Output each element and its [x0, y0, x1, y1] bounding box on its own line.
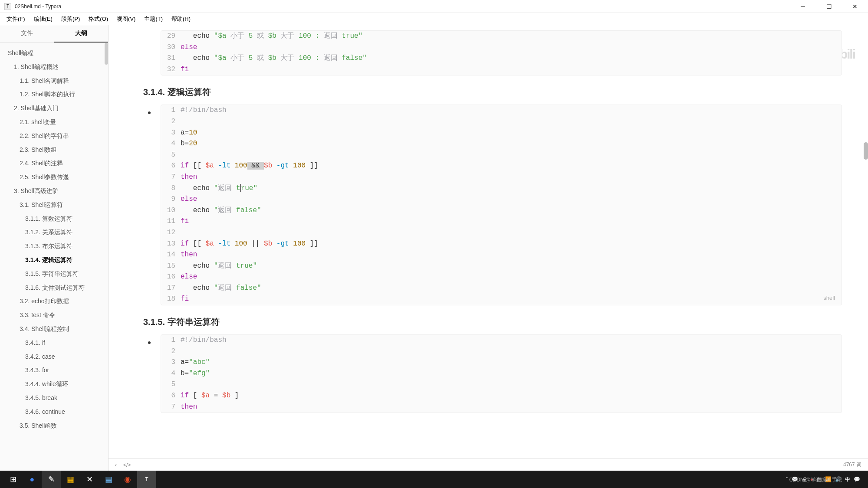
code-line[interactable]: echo "返回 false": [181, 205, 842, 216]
code-line[interactable]: [181, 150, 842, 161]
editor-content[interactable]: 一岁就会穿编程 bilibili 29 echo "$a 小于 5 或 $b 大…: [108, 25, 868, 471]
outline-item[interactable]: 3.3. test 命令: [0, 308, 108, 322]
menu-item[interactable]: 文件(F): [2, 13, 30, 25]
code-line[interactable]: then: [181, 172, 842, 183]
outline-item[interactable]: 3.1.1. 算数运算符: [0, 212, 108, 226]
line-number: 4: [161, 138, 181, 150]
outline-item[interactable]: 3.1.5. 字符串运算符: [0, 267, 108, 281]
outline-item[interactable]: 3.1.6. 文件测试运算符: [0, 281, 108, 295]
code-line[interactable]: fi: [181, 294, 842, 305]
code-line[interactable]: echo "返回 true": [181, 183, 842, 194]
code-line[interactable]: if [ $a = $b ]: [181, 390, 842, 402]
heading[interactable]: 3.1.4. 逻辑运算符: [143, 86, 842, 98]
titlebar: T 02Shell.md - Typora ─ ☐ ✕: [0, 0, 868, 13]
line-number: 15: [161, 261, 181, 272]
tab-file[interactable]: 文件: [0, 25, 54, 43]
menu-item[interactable]: 段落(P): [57, 13, 84, 25]
code-line[interactable]: [181, 379, 842, 390]
code-language-tag: shell: [823, 294, 835, 303]
code-line[interactable]: [181, 346, 842, 357]
outline-item[interactable]: 1.2. Shell脚本的执行: [0, 88, 108, 102]
outline-item[interactable]: 3.4. Shell流程控制: [0, 322, 108, 336]
code-line[interactable]: else: [181, 42, 842, 53]
code-line[interactable]: #!/bin/bash: [181, 335, 842, 346]
content-scrollbar-thumb[interactable]: [864, 142, 868, 160]
outline-item[interactable]: 3.1.2. 关系运算符: [0, 226, 108, 239]
close-button[interactable]: ✕: [846, 0, 864, 13]
code-line[interactable]: [181, 227, 842, 239]
outline-item[interactable]: 2.2. Shell的字符串: [0, 129, 108, 143]
outline[interactable]: Shell编程1. Shell编程概述1.1. Shell名词解释1.2. Sh…: [0, 43, 108, 471]
menu-item[interactable]: 视图(V): [112, 13, 140, 25]
code-line[interactable]: b=20: [181, 138, 842, 150]
outline-item[interactable]: 3.4.4. while循环: [0, 377, 108, 391]
outline-item[interactable]: 3.4.1. if: [0, 336, 108, 350]
code-line[interactable]: [181, 116, 842, 128]
line-number: 6: [161, 160, 181, 172]
line-number: 7: [161, 172, 181, 183]
outline-item[interactable]: 3.1.3. 布尔运算符: [0, 239, 108, 253]
statusbar: ‹ </> 4767 词: [108, 459, 868, 471]
outline-item[interactable]: 3.2. echo打印数据: [0, 295, 108, 308]
code-line[interactable]: a=10: [181, 128, 842, 139]
line-number: 30: [161, 42, 181, 53]
menu-item[interactable]: 帮助(H): [167, 13, 195, 25]
outline-item[interactable]: 2. Shell基础入门: [0, 102, 108, 115]
outline-item[interactable]: 3.1. Shell运算符: [0, 198, 108, 212]
code-line[interactable]: echo "返回 true": [181, 261, 842, 272]
code-block[interactable]: 1#!/bin/bash23a="abc"4b="efg"56if [ $a =…: [161, 334, 842, 413]
line-number: 13: [161, 239, 181, 250]
line-number: 3: [161, 128, 181, 139]
line-number: 12: [161, 227, 181, 239]
code-block[interactable]: 29 echo "$a 小于 5 或 $b 大于 100 : 返回 true"3…: [161, 30, 842, 75]
line-number: 9: [161, 194, 181, 205]
line-number: 18: [161, 294, 181, 305]
menu-item[interactable]: 主题(T): [140, 13, 167, 25]
maximize-button[interactable]: ☐: [820, 0, 838, 13]
menu-item[interactable]: 编辑(E): [30, 13, 57, 25]
line-number: 7: [161, 402, 181, 413]
source-toggle[interactable]: </>: [123, 462, 131, 468]
code-line[interactable]: fi: [181, 64, 842, 75]
code-line[interactable]: echo "$a 小于 5 或 $b 大于 100 : 返回 false": [181, 53, 842, 64]
line-number: 5: [161, 379, 181, 390]
outline-item[interactable]: 1. Shell编程概述: [0, 60, 108, 74]
line-number: 1: [161, 335, 181, 346]
code-line[interactable]: then: [181, 249, 842, 261]
sidebar-scrollbar-thumb[interactable]: [105, 43, 108, 65]
tab-outline[interactable]: 大纲: [54, 25, 108, 43]
heading[interactable]: 3.1.5. 字符串运算符: [143, 316, 842, 328]
code-line[interactable]: else: [181, 194, 842, 205]
outline-item[interactable]: 3.4.5. break: [0, 391, 108, 405]
code-line[interactable]: else: [181, 272, 842, 283]
minimize-button[interactable]: ─: [794, 0, 812, 13]
outline-item[interactable]: 3. Shell高级进阶: [0, 184, 108, 198]
outline-item[interactable]: 2.4. Shell的注释: [0, 157, 108, 170]
back-button[interactable]: ‹: [115, 462, 117, 468]
line-number: 5: [161, 150, 181, 161]
code-line[interactable]: b="efg": [181, 368, 842, 380]
outline-item[interactable]: 3.4.6. continue: [0, 405, 108, 419]
code-line[interactable]: if [[ $a -lt 100 || $b -gt 100 ]]: [181, 239, 842, 250]
outline-item[interactable]: 3.1.4. 逻辑运算符: [0, 253, 108, 267]
menu-item[interactable]: 格式(O): [84, 13, 112, 25]
outline-item[interactable]: 1.1. Shell名词解释: [0, 74, 108, 88]
code-block[interactable]: 1#!/bin/bash23a=104b=2056if [[ $a -lt 10…: [161, 105, 842, 305]
code-line[interactable]: #!/bin/bash: [181, 105, 842, 116]
outline-item[interactable]: 3.5. Shell函数: [0, 419, 108, 433]
line-number: 4: [161, 368, 181, 380]
code-line[interactable]: fi: [181, 216, 842, 227]
outline-item[interactable]: 2.3. Shell数组: [0, 143, 108, 157]
outline-item[interactable]: Shell编程: [0, 46, 108, 60]
code-line[interactable]: echo "返回 false": [181, 283, 842, 294]
line-number: 2: [161, 116, 181, 128]
code-line[interactable]: if [[ $a -lt 100 && $b -gt 100 ]]: [181, 160, 842, 172]
outline-item[interactable]: 3.4.3. for: [0, 364, 108, 377]
outline-item[interactable]: 3.4.2. case: [0, 350, 108, 364]
code-line[interactable]: then: [181, 402, 842, 413]
outline-item[interactable]: 2.1. shell变量: [0, 115, 108, 129]
code-line[interactable]: a="abc": [181, 357, 842, 368]
code-line[interactable]: echo "$a 小于 5 或 $b 大于 100 : 返回 true": [181, 31, 842, 42]
outline-item[interactable]: 2.5. Shell参数传递: [0, 170, 108, 184]
line-number: 10: [161, 205, 181, 216]
